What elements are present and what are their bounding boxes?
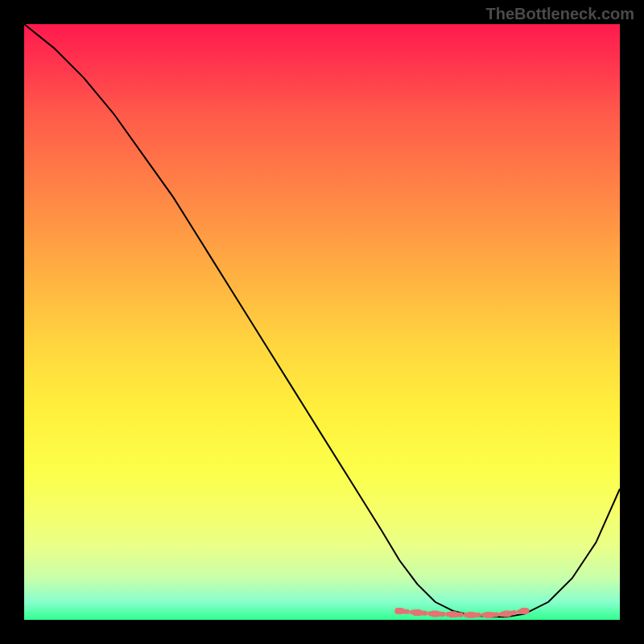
- marker-dot: [431, 611, 440, 617]
- marker-dot: [412, 609, 422, 616]
- marker-dot: [484, 612, 493, 618]
- marker-dot: [520, 608, 530, 614]
- main-curve-line: [24, 24, 620, 617]
- marker-dot: [448, 611, 458, 617]
- bottleneck-curve-chart: [24, 24, 620, 620]
- dotted-markers: [394, 608, 529, 618]
- watermark-text: TheBottleneck.com: [486, 5, 634, 23]
- marker-dot: [466, 612, 476, 618]
- marker-dot: [394, 608, 404, 614]
- marker-dot: [502, 611, 511, 617]
